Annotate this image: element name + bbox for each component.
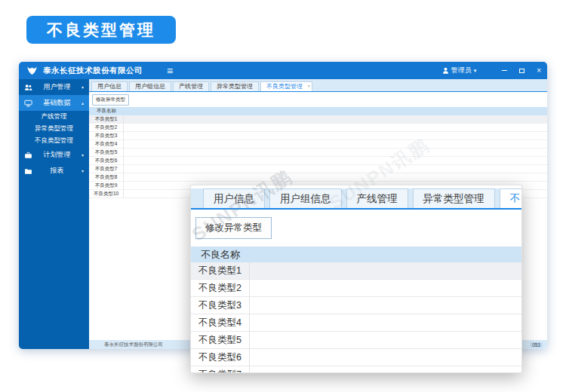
- tab-line-management[interactable]: 产线管理: [173, 81, 209, 91]
- sidebar-item-user-management[interactable]: 用户管理 ▾: [19, 79, 89, 95]
- defect-name-cell[interactable]: 不良类型7: [89, 165, 124, 173]
- sidebar-item-label: 用户管理: [32, 82, 82, 92]
- hamburger-menu-icon[interactable]: ≡: [167, 65, 173, 77]
- toolbar: 修改异常类型: [89, 92, 547, 107]
- sidebar-item-label: 报表: [32, 166, 82, 176]
- user-icon: [442, 67, 449, 74]
- minimize-icon: [502, 70, 507, 72]
- defect-name-cell[interactable]: 不良类型8: [89, 173, 124, 181]
- sidebar-item-basic-data[interactable]: 基础数据 ▴: [19, 95, 89, 111]
- modify-exception-type-button[interactable]: 修改异常类型: [92, 94, 129, 106]
- monitor-icon: [24, 100, 32, 107]
- statusbar-clock: 053: [530, 342, 543, 348]
- zoom-inset-panel: 用户信息 用户组信息 产线管理 异常类型管理 不良类型管理 × 修改异常类型 不…: [190, 185, 522, 373]
- table-row[interactable]: 不良类型2: [191, 280, 521, 297]
- defect-name-cell[interactable]: 不良类型3: [89, 132, 124, 139]
- sidebar-item-label: 计划管理: [32, 150, 82, 160]
- defect-name-cell[interactable]: 不良类型10: [89, 190, 124, 198]
- tab-bar: 用户信息 用户组信息 产线管理 异常类型管理 不良类型管理 ×: [89, 79, 547, 92]
- defect-name-header: 不良名称: [89, 108, 124, 115]
- table-header-row: 不良名称: [89, 107, 547, 115]
- table-row[interactable]: 不良类型6: [89, 157, 547, 165]
- defect-name-cell[interactable]: 不良类型7: [191, 366, 250, 373]
- folder-icon: [24, 167, 32, 175]
- tab-line-management[interactable]: 产线管理: [346, 188, 408, 208]
- defect-name-cell[interactable]: 不良类型5: [191, 332, 250, 348]
- tab-defect-type[interactable]: 不良类型管理 ×: [260, 81, 312, 91]
- sidebar-subitem-exception-type[interactable]: 异常类型管理: [19, 123, 89, 135]
- defect-name-cell[interactable]: 不良类型9: [89, 182, 124, 189]
- table-row[interactable]: 不良类型1: [191, 262, 521, 280]
- table-row[interactable]: 不良类型4: [89, 140, 547, 149]
- chevron-up-icon: ▴: [82, 100, 84, 106]
- tab-user-group-info[interactable]: 用户组信息: [269, 188, 342, 208]
- inset-defect-table: 不良名称 不良类型1 不良类型2 不良类型3 不良类型4 不良类型5 不良类型6…: [191, 247, 521, 373]
- defect-name-cell[interactable]: 不良类型2: [89, 124, 124, 131]
- briefcase-icon: [24, 152, 32, 159]
- statusbar-company: 泰永长征技术股份有限公司: [104, 341, 163, 348]
- sidebar: 用户管理 ▾ 基础数据 ▴ 产线管理 异常类型管理 不良类型管理: [19, 79, 89, 349]
- table-row[interactable]: 不良类型5: [89, 149, 547, 157]
- sidebar-item-plan-management[interactable]: 计划管理 ▾: [19, 147, 89, 163]
- chevron-down-icon: ▾: [474, 68, 477, 74]
- defect-name-cell[interactable]: 不良类型4: [89, 140, 124, 148]
- defect-name-cell[interactable]: 不良类型4: [191, 314, 250, 331]
- table-row[interactable]: 不良类型1: [89, 115, 547, 124]
- inset-toolbar: 修改异常类型: [191, 210, 521, 247]
- chevron-down-icon: ▾: [82, 84, 84, 90]
- sidebar-item-reports[interactable]: 报表 ▾: [19, 163, 89, 179]
- table-row[interactable]: 不良类型8: [89, 173, 547, 182]
- page-title: 不良类型管理: [26, 16, 176, 44]
- tab-user-info[interactable]: 用户信息: [91, 81, 128, 91]
- table-row[interactable]: 不良类型7: [89, 165, 547, 173]
- user-label: 管理员: [451, 66, 472, 75]
- window-titlebar: 泰永长征技术股份有限公司 ≡ 管理员 ▾ ×: [19, 62, 547, 79]
- page: 不良类型管理 泰永长征技术股份有限公司 ≡ 管理员 ▾ ×: [0, 0, 566, 392]
- defect-name-cell[interactable]: 不良类型6: [191, 349, 250, 366]
- users-icon: [24, 84, 32, 91]
- defect-name-cell[interactable]: 不良类型1: [191, 262, 250, 279]
- chevron-down-icon: ▾: [82, 168, 84, 173]
- table-row[interactable]: 不良类型6: [191, 349, 521, 366]
- tab-close-icon[interactable]: ×: [307, 81, 310, 90]
- user-menu[interactable]: 管理员 ▾: [442, 66, 477, 75]
- table-row[interactable]: 不良类型3: [191, 297, 521, 314]
- chevron-down-icon: ▾: [82, 152, 84, 158]
- tab-label: 不良类型管理: [266, 83, 303, 90]
- defect-name-cell[interactable]: 不良类型6: [89, 157, 124, 164]
- table-row[interactable]: 不良类型2: [89, 124, 547, 132]
- table-row[interactable]: 不良类型3: [89, 132, 547, 140]
- tab-exception-type[interactable]: 异常类型管理: [211, 81, 259, 91]
- tab-label: 不良类型管理: [510, 193, 523, 204]
- table-row[interactable]: 不良类型7: [191, 366, 521, 373]
- inset-tab-bar: 用户信息 用户组信息 产线管理 异常类型管理 不良类型管理 ×: [191, 188, 521, 210]
- sidebar-subitem-line-management[interactable]: 产线管理: [19, 111, 89, 123]
- maximize-icon: [519, 69, 524, 73]
- maximize-button[interactable]: [519, 69, 524, 73]
- defect-name-cell[interactable]: 不良类型2: [191, 280, 250, 296]
- tab-user-info[interactable]: 用户信息: [203, 188, 265, 208]
- defect-name-header: 不良名称: [191, 248, 250, 262]
- table-row[interactable]: 不良类型5: [191, 332, 521, 349]
- defect-name-cell[interactable]: 不良类型1: [89, 115, 124, 123]
- sidebar-item-label: 基础数据: [32, 98, 82, 108]
- tab-exception-type[interactable]: 异常类型管理: [413, 188, 495, 208]
- defect-name-cell[interactable]: 不良类型5: [89, 149, 124, 156]
- modify-exception-type-button[interactable]: 修改异常类型: [195, 217, 272, 239]
- logo-icon: [26, 66, 38, 75]
- minimize-button[interactable]: [502, 70, 507, 72]
- sidebar-subitem-defect-type[interactable]: 不良类型管理: [19, 135, 89, 147]
- close-button[interactable]: ×: [537, 67, 541, 75]
- company-name: 泰永长征技术股份有限公司: [43, 66, 143, 76]
- tab-defect-type[interactable]: 不良类型管理 ×: [500, 188, 523, 208]
- table-row[interactable]: 不良类型4: [191, 314, 521, 332]
- defect-name-cell[interactable]: 不良类型3: [191, 297, 250, 314]
- tab-user-group-info[interactable]: 用户组信息: [129, 81, 171, 91]
- table-header-row: 不良名称: [191, 247, 521, 262]
